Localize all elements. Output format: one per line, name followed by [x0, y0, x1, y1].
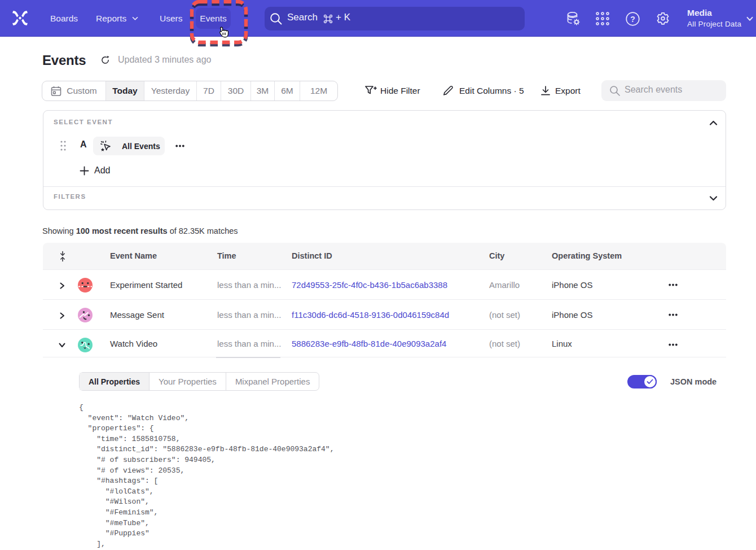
svg-text:?: ? — [630, 15, 635, 24]
